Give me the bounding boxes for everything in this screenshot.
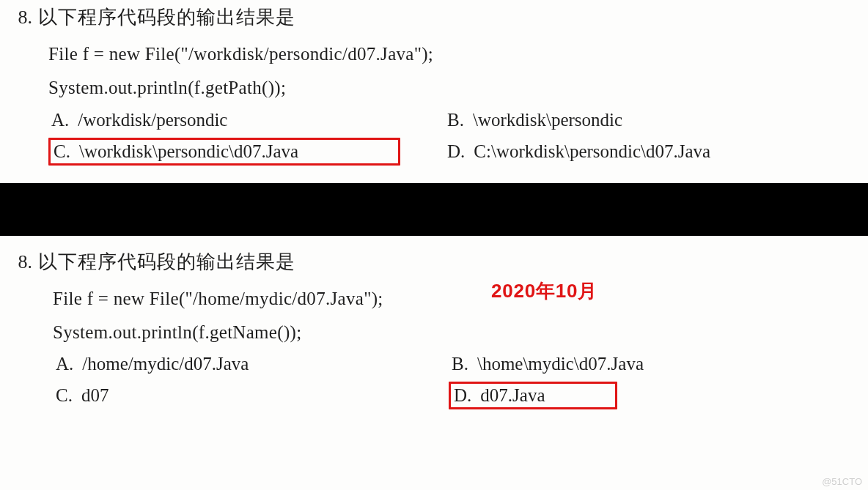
option-text: /home/mydic/d07.Java — [82, 354, 249, 374]
question-2-number: 8. — [7, 251, 32, 273]
option-label: C. — [56, 385, 73, 406]
option-label: A. — [56, 354, 73, 374]
question-2: 8. 以下程序代码段的输出结果是 2020年10月 File f = new F… — [0, 236, 868, 428]
option-text: /workdisk/persondic — [78, 110, 227, 130]
option-label: B. — [452, 354, 468, 374]
question-1-code: File f = new File("/workdisk/persondic/d… — [48, 37, 861, 105]
code-line: File f = new File("/workdisk/persondic/d… — [48, 37, 861, 71]
question-1-number: 8. — [7, 7, 32, 29]
option-label: B. — [447, 110, 464, 130]
option-text: d07 — [81, 385, 109, 406]
option-d-selected: D. d07.Java — [449, 382, 617, 409]
option-row: A. /home/mydic/d07.Java B. \home\mydic\d… — [53, 352, 861, 376]
option-label: D. — [454, 385, 471, 406]
question-1: 8. 以下程序代码段的输出结果是 File f = new File("/wor… — [0, 0, 868, 183]
option-text: C:\workdisk\persondic\d07.Java — [474, 141, 710, 162]
option-text: \workdisk\persondic\d07.Java — [79, 141, 298, 162]
option-row: C. \workdisk\persondic\d07.Java D. C:\wo… — [48, 138, 861, 166]
code-line: System.out.println(f.getPath()); — [48, 71, 861, 105]
option-c: C. d07 — [53, 382, 405, 409]
option-b: B. \home\mydic\d07.Java — [449, 352, 837, 376]
option-text: \home\mydic\d07.Java — [477, 354, 644, 374]
question-1-header: 8. 以下程序代码段的输出结果是 — [7, 4, 861, 30]
option-d: D. C:\workdisk\persondic\d07.Java — [444, 138, 833, 166]
year-month-note: 2020年10月 — [491, 278, 597, 304]
code-line: File f = new File("/home/mydic/d07.Java"… — [53, 282, 861, 316]
question-2-header: 8. 以下程序代码段的输出结果是 — [7, 249, 861, 275]
question-2-code: File f = new File("/home/mydic/d07.Java"… — [53, 282, 861, 350]
question-2-prompt: 以下程序代码段的输出结果是 — [38, 249, 295, 275]
question-1-prompt: 以下程序代码段的输出结果是 — [38, 4, 295, 30]
option-row: C. d07 D. d07.Java — [53, 382, 861, 409]
option-label: A. — [51, 110, 69, 130]
option-text: \workdisk\persondic — [473, 110, 622, 130]
option-text: d07.Java — [480, 385, 545, 406]
question-2-options: A. /home/mydic/d07.Java B. \home\mydic\d… — [53, 352, 861, 409]
option-label: C. — [54, 141, 70, 162]
option-a: A. /workdisk/persondic — [48, 108, 400, 132]
option-b: B. \workdisk\persondic — [444, 108, 833, 132]
option-a: A. /home/mydic/d07.Java — [53, 352, 405, 376]
option-c-selected: C. \workdisk\persondic\d07.Java — [48, 138, 400, 166]
option-row: A. /workdisk/persondic B. \workdisk\pers… — [48, 108, 861, 132]
section-divider — [0, 183, 868, 236]
option-label: D. — [447, 141, 465, 162]
code-line: System.out.println(f.getName()); — [53, 316, 861, 349]
watermark: @51CTO — [822, 476, 862, 487]
question-1-options: A. /workdisk/persondic B. \workdisk\pers… — [48, 108, 861, 166]
